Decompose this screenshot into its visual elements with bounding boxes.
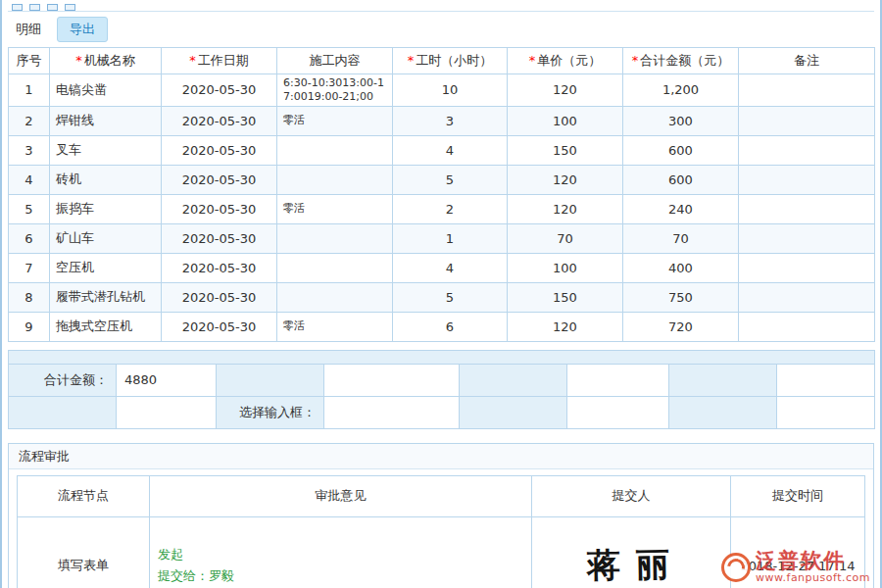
cell-no: 4 — [9, 165, 50, 194]
machine-table-body: 1电镐尖凿2020-05-306:30-10:3013:00-17:0019:0… — [9, 74, 875, 342]
cell-no: 7 — [9, 253, 50, 282]
cell-content — [277, 135, 393, 165]
cell-hours: 5 — [393, 282, 508, 312]
cell-no: 3 — [9, 135, 50, 165]
cell-name: 空压机 — [50, 253, 162, 282]
cell-date: 2020-05-30 — [162, 253, 277, 282]
clipped-toolbar-icon[interactable] — [47, 4, 58, 11]
machine-col-header-7: 备注 — [739, 48, 875, 74]
summary-strip-row — [9, 350, 875, 364]
export-button[interactable]: 导出 — [57, 17, 108, 42]
machine-table: 序号*机械名称*工作日期施工内容*工时（小时）*单价（元）*合计金额（元）备注 … — [8, 47, 875, 342]
cell-hours: 2 — [393, 194, 508, 223]
cell-name: 叉车 — [50, 135, 162, 165]
cell-price: 70 — [508, 223, 623, 253]
select-input-field[interactable] — [324, 396, 460, 428]
cell-content — [277, 253, 393, 282]
machine-col-header-3: 施工内容 — [277, 48, 393, 74]
select-input-label: 选择输入框： — [217, 396, 324, 428]
summary-empty-cell — [460, 364, 567, 396]
clipped-toolbar-icon[interactable] — [65, 4, 75, 11]
approval-panel-title: 流程审批 — [9, 444, 873, 469]
cell-content — [277, 223, 393, 253]
cell-remark — [739, 223, 875, 253]
approval-col-header-3: 提交时间 — [731, 475, 865, 516]
approval-panel: 流程审批 流程节点审批意见提交人提交时间 填写表单 发起提交给：罗毅 蒋丽 — [8, 443, 874, 588]
submitter-signature: 蒋丽 — [577, 542, 686, 588]
approval-node-cell: 填写表单 — [18, 516, 150, 588]
machine-col-header-4: *工时（小时） — [393, 48, 508, 74]
cell-total: 720 — [623, 312, 739, 341]
machine-col-header-1: *机械名称 — [50, 48, 162, 74]
machine-table-row: 5振捣车2020-05-30零活2120240 — [9, 194, 875, 223]
machine-col-header-5: *单价（元） — [508, 48, 623, 74]
cell-remark — [739, 312, 875, 341]
summary-empty-field[interactable] — [777, 364, 875, 396]
cell-hours: 5 — [393, 165, 508, 194]
summary-empty-field[interactable] — [567, 396, 669, 428]
cell-price: 120 — [508, 312, 623, 341]
cell-date: 2020-05-30 — [162, 74, 277, 107]
cell-total: 300 — [623, 106, 739, 135]
clipped-toolbar-icon[interactable] — [29, 4, 40, 11]
cell-total: 240 — [623, 194, 739, 223]
machine-header-row: 序号*机械名称*工作日期施工内容*工时（小时）*单价（元）*合计金额（元）备注 — [9, 48, 875, 74]
details-label: 明细 — [16, 21, 41, 38]
cell-no: 6 — [9, 223, 50, 253]
cell-hours: 6 — [393, 312, 508, 341]
summary-empty-cell — [460, 396, 567, 428]
details-toolbar: 明细 导出 — [8, 12, 874, 47]
summary-empty-field[interactable] — [777, 396, 875, 428]
required-asterisk: * — [529, 53, 536, 68]
cell-total: 600 — [623, 165, 739, 194]
cell-total: 600 — [623, 135, 739, 165]
cell-remark — [739, 74, 875, 107]
approval-col-header-0: 流程节点 — [18, 475, 150, 516]
machine-table-row: 1电镐尖凿2020-05-306:30-10:3013:00-17:0019:0… — [9, 74, 875, 107]
cell-total: 1,200 — [623, 74, 739, 107]
cell-total: 400 — [623, 253, 739, 282]
machine-col-header-6: *合计金额（元） — [623, 48, 739, 74]
cell-hours: 3 — [393, 106, 508, 135]
cell-remark — [739, 253, 875, 282]
approval-row: 填写表单 发起提交给：罗毅 蒋丽 2018-12-27 17:14 — [18, 516, 865, 588]
machine-table-row: 3叉车2020-05-304150600 — [9, 135, 875, 165]
cell-content — [277, 165, 393, 194]
cell-total: 70 — [623, 223, 739, 253]
summary-empty-field[interactable] — [324, 364, 460, 396]
cell-no: 2 — [9, 106, 50, 135]
cell-price: 150 — [508, 135, 623, 165]
cell-date: 2020-05-30 — [162, 165, 277, 194]
approval-col-header-1: 审批意见 — [150, 475, 532, 516]
summary-empty-cell — [9, 396, 117, 428]
cell-date: 2020-05-30 — [162, 106, 277, 135]
cell-date: 2020-05-30 — [162, 312, 277, 341]
cell-name: 焊钳线 — [50, 106, 162, 135]
cell-hours: 4 — [393, 253, 508, 282]
summary-grid: 合计金额： 4880 选择输入框： — [8, 350, 875, 429]
cell-price: 150 — [508, 282, 623, 312]
summary-strip — [9, 350, 875, 364]
cell-hours: 10 — [393, 74, 508, 107]
machine-table-row: 4砖机2020-05-305120600 — [9, 165, 875, 194]
summary-empty-field[interactable] — [567, 364, 669, 396]
cell-name: 矿山车 — [50, 223, 162, 253]
approval-submitter-cell: 蒋丽 — [532, 516, 731, 588]
machine-table-row: 9拖拽式空压机2020-05-30零活6120720 — [9, 312, 875, 341]
cell-content: 零活 — [277, 312, 393, 341]
required-asterisk: * — [189, 53, 196, 68]
cell-name: 振捣车 — [50, 194, 162, 223]
approval-time-cell: 2018-12-27 17:14 — [731, 516, 865, 588]
summary-row-1: 合计金额： 4880 — [9, 364, 875, 396]
cell-remark — [739, 194, 875, 223]
total-amount-value[interactable]: 4880 — [117, 364, 217, 396]
cell-content — [277, 282, 393, 312]
cell-date: 2020-05-30 — [162, 223, 277, 253]
cell-no: 9 — [9, 312, 50, 341]
cell-date: 2020-05-30 — [162, 135, 277, 165]
cell-date: 2020-05-30 — [162, 194, 277, 223]
summary-empty-field[interactable] — [117, 396, 217, 428]
opinion-line: 发起 — [158, 544, 523, 565]
clipped-toolbar-icon[interactable] — [12, 4, 23, 11]
opinion-line: 提交给：罗毅 — [158, 565, 523, 587]
